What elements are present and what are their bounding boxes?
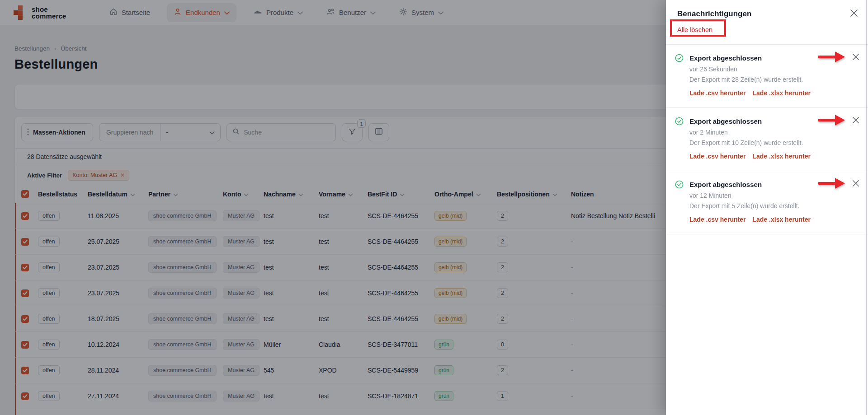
- notification-links: Lade .csv herunterLade .xlsx herunter: [689, 153, 857, 160]
- download-xlsx-link[interactable]: Lade .xlsx herunter: [753, 216, 811, 223]
- notification-timestamp: vor 2 Minuten: [689, 129, 857, 136]
- close-icon: [852, 117, 859, 125]
- download-xlsx-link[interactable]: Lade .xlsx herunter: [753, 89, 811, 97]
- notification-title: Export abgeschlossen: [689, 54, 857, 62]
- check-circle-icon: [675, 117, 684, 127]
- notification-title: Export abgeschlossen: [689, 181, 857, 188]
- check-circle-icon: [675, 54, 684, 64]
- notification-message: Der Export mit 5 Zeile(n) wurde erstellt…: [689, 202, 857, 210]
- notification-links: Lade .csv herunterLade .xlsx herunter: [689, 216, 857, 223]
- close-icon: [852, 54, 859, 62]
- notification-links: Lade .csv herunterLade .xlsx herunter: [689, 89, 857, 97]
- dismiss-notification-button[interactable]: [852, 117, 859, 126]
- download-csv-link[interactable]: Lade .csv herunter: [689, 216, 746, 223]
- scrollbar-track[interactable]: [866, 0, 867, 415]
- close-panel-button[interactable]: [850, 9, 858, 19]
- dismiss-notification-button[interactable]: [852, 180, 859, 189]
- download-csv-link[interactable]: Lade .csv herunter: [689, 89, 746, 97]
- notification-item: Export abgeschlossenvor 2 MinutenDer Exp…: [666, 108, 868, 171]
- notifications-list: Export abgeschlossenvor 26 SekundenDer E…: [666, 45, 868, 234]
- close-icon: [852, 181, 859, 188]
- notifications-panel: Benachrichtigungen Alle löschen Export a…: [666, 0, 868, 415]
- notification-item: Export abgeschlossenvor 12 MinutenDer Ex…: [666, 171, 868, 234]
- notifications-panel-header: Benachrichtigungen Alle löschen: [666, 0, 868, 45]
- check-circle-icon: [675, 180, 684, 191]
- notification-title: Export abgeschlossen: [689, 117, 857, 125]
- download-csv-link[interactable]: Lade .csv herunter: [689, 153, 746, 160]
- notification-message: Der Export mit 10 Zeile(n) wurde erstell…: [689, 139, 857, 146]
- notification-item: Export abgeschlossenvor 26 SekundenDer E…: [666, 45, 868, 108]
- clear-all-button[interactable]: Alle löschen: [677, 26, 712, 33]
- notification-message: Der Export mit 28 Zeile(n) wurde erstell…: [689, 76, 857, 83]
- download-xlsx-link[interactable]: Lade .xlsx herunter: [753, 153, 811, 160]
- notifications-title: Benachrichtigungen: [677, 9, 751, 19]
- dismiss-notification-button[interactable]: [852, 53, 859, 62]
- close-icon: [850, 11, 858, 19]
- modal-backdrop[interactable]: [0, 0, 666, 415]
- notification-timestamp: vor 12 Minuten: [689, 192, 857, 199]
- notification-timestamp: vor 26 Sekunden: [689, 65, 857, 73]
